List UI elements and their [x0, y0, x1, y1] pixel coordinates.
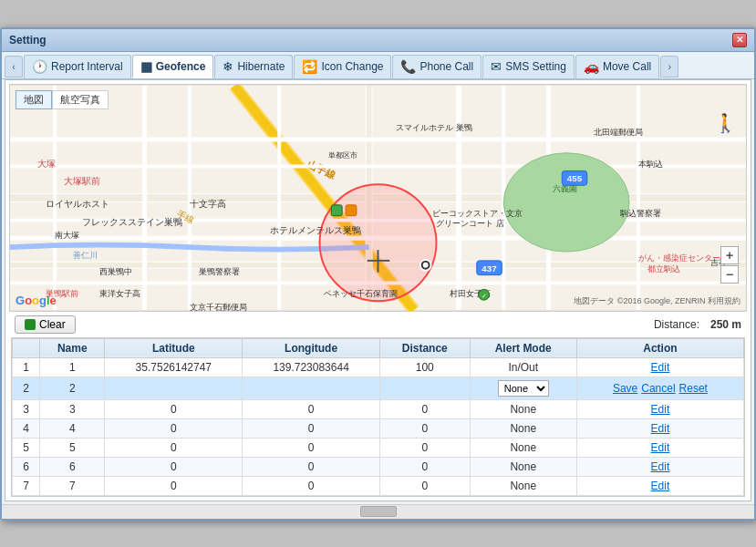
cell-row-num: 4: [13, 418, 40, 438]
col-header-name: Name: [40, 338, 105, 357]
svg-text:がん・感染症センター: がん・感染症センター: [638, 253, 720, 262]
cell-distance: 0: [380, 418, 471, 438]
edit-link[interactable]: Edit: [651, 422, 670, 435]
col-header-action: Action: [576, 338, 743, 357]
map-container[interactable]: 山手線: [9, 84, 747, 312]
report-interval-icon: 🕐: [32, 59, 47, 74]
svg-point-26: [320, 184, 437, 301]
close-button[interactable]: ✕: [732, 33, 747, 47]
svg-text:本駒込: 本駒込: [638, 159, 663, 168]
svg-text:北田端郵便局: 北田端郵便局: [594, 128, 643, 137]
cell-longitude: 0: [243, 457, 380, 476]
svg-text:文京千石郵便局: 文京千石郵便局: [190, 303, 247, 311]
svg-text:東洋女子高: 東洋女子高: [99, 289, 140, 298]
col-header-longitude: Longitude: [243, 338, 380, 357]
cell-action: SaveCancelReset: [576, 377, 743, 399]
tab-bar: ‹ 🕐 Report Interval ▦ Geofence ❄ Hiberna…: [2, 52, 754, 79]
tab-prev-button[interactable]: ‹: [5, 56, 23, 77]
cell-action[interactable]: Edit: [576, 357, 743, 377]
controls-row: Clear Distance: 250 m: [9, 312, 747, 337]
cell-distance: 0: [380, 457, 471, 476]
svg-text:善仁川: 善仁川: [73, 250, 98, 259]
action-link-cancel[interactable]: Cancel: [641, 382, 675, 395]
phone-call-icon: 📞: [400, 59, 416, 74]
cell-distance: 0: [380, 476, 471, 495]
cell-longitude: 0: [243, 476, 380, 495]
svg-text:437: 437: [482, 263, 497, 273]
cell-action[interactable]: Edit: [576, 476, 743, 495]
cell-row-num: 6: [13, 457, 40, 476]
map-type-buttons: 地図 航空写真: [16, 90, 109, 109]
cell-distance: 0: [380, 438, 471, 457]
tab-geofence[interactable]: ▦ Geofence: [132, 55, 214, 78]
svg-text:455: 455: [567, 173, 583, 183]
zoom-out-button[interactable]: −: [720, 265, 739, 284]
cell-name: 7: [40, 476, 105, 495]
tab-next-button[interactable]: ›: [660, 56, 678, 77]
tab-report-interval[interactable]: 🕐 Report Interval: [24, 55, 131, 78]
svg-text:グリーンコート 店: グリーンコート 店: [436, 219, 503, 228]
main-window: Setting ✕ ‹ 🕐 Report Interval ▦ Geofence…: [0, 27, 756, 521]
svg-text:スマイルホテル 巣鴨: スマイルホテル 巣鴨: [396, 123, 471, 132]
cell-action[interactable]: Edit: [576, 399, 743, 418]
svg-text:都立駒込: 都立駒込: [647, 263, 680, 273]
cell-latitude: 0: [105, 438, 243, 457]
svg-text:十文字高: 十文字高: [190, 198, 226, 208]
distance-label: Distance:: [654, 318, 699, 331]
cell-row-num: 5: [13, 438, 40, 457]
cell-alert-mode[interactable]: NoneIn/OutInOut: [470, 377, 576, 399]
tab-phone-call[interactable]: 📞 Phone Call: [392, 55, 482, 78]
geofence-icon: ▦: [140, 59, 152, 74]
move-call-icon: 🚗: [584, 59, 599, 74]
window-title: Setting: [9, 34, 47, 46]
tab-sms-setting[interactable]: ✉ SMS Setting: [482, 55, 575, 78]
action-link-reset[interactable]: Reset: [679, 382, 708, 395]
tab-icon-change[interactable]: 🔁 Icon Change: [294, 55, 391, 78]
cell-latitude: 0: [105, 418, 243, 438]
zoom-in-button[interactable]: +: [720, 246, 739, 264]
tab-hibernate[interactable]: ❄ Hibernate: [214, 55, 293, 78]
clear-button[interactable]: Clear: [15, 315, 76, 334]
cell-name: 2: [40, 377, 105, 399]
sms-setting-icon: ✉: [491, 59, 502, 74]
alert-mode-select[interactable]: NoneIn/OutInOut: [498, 380, 549, 397]
cell-alert-mode: None: [470, 418, 576, 438]
street-view-icon[interactable]: 🚶: [714, 112, 737, 134]
cell-action[interactable]: Edit: [576, 418, 743, 438]
cell-name: 3: [40, 399, 105, 418]
action-link-save[interactable]: Save: [613, 382, 637, 395]
col-header-num: [13, 338, 40, 357]
distance-value: 250 m: [710, 318, 741, 331]
cell-alert-mode: None: [470, 476, 576, 495]
cell-row-num: 7: [13, 476, 40, 495]
svg-text:西巣鴨中: 西巣鴨中: [99, 266, 132, 275]
edit-link[interactable]: Edit: [651, 441, 670, 454]
horizontal-scrollbar[interactable]: [2, 504, 754, 519]
cell-alert-mode: None: [470, 457, 576, 476]
table-header-row: Name Latitude Longitude Distance Alert M…: [13, 338, 744, 357]
edit-link[interactable]: Edit: [651, 361, 670, 374]
table-row: 55000NoneEdit: [13, 438, 744, 457]
edit-link[interactable]: Edit: [651, 403, 670, 416]
svg-text:南大塚: 南大塚: [55, 231, 79, 240]
map-type-aerial-button[interactable]: 航空写真: [52, 90, 109, 109]
edit-link[interactable]: Edit: [651, 480, 670, 492]
cell-distance: [380, 377, 471, 399]
cell-longitude: 139.723083644: [243, 357, 380, 377]
tab-phone-call-label: Phone Call: [419, 60, 473, 73]
cell-name: 6: [40, 457, 105, 476]
cell-row-num: 3: [13, 399, 40, 418]
cell-distance: 0: [380, 399, 471, 418]
cell-action[interactable]: Edit: [576, 438, 743, 457]
scrollbar-thumb[interactable]: [360, 506, 397, 517]
content-area: 山手線: [5, 79, 751, 501]
svg-rect-58: [331, 204, 342, 215]
map-type-map-button[interactable]: 地図: [16, 90, 52, 109]
svg-text:ピーコックストア・文京: ピーコックストア・文京: [432, 208, 523, 217]
tab-move-call[interactable]: 🚗 Move Call: [575, 55, 659, 78]
edit-link[interactable]: Edit: [651, 460, 670, 473]
table-row: 77000NoneEdit: [13, 476, 744, 495]
svg-point-30: [423, 262, 429, 267]
geofence-table: Name Latitude Longitude Distance Alert M…: [11, 337, 745, 497]
cell-action[interactable]: Edit: [576, 457, 743, 476]
